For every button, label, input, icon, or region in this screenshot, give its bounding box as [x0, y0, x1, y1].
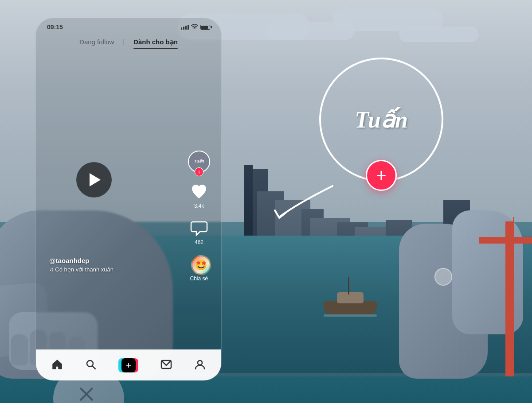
video-song: ♫ Có hẹn với thanh xuân	[49, 266, 113, 273]
comment-count: 462	[195, 239, 203, 245]
arrow-annotation	[253, 177, 341, 232]
disc-emoji: 🤩	[195, 260, 207, 271]
avatar-follow-button[interactable]: +	[195, 167, 203, 176]
like-count: 3.4k	[194, 203, 204, 209]
signal-bar-2	[183, 27, 184, 30]
video-username: @taoanhdep	[49, 257, 113, 264]
svg-point-9	[198, 360, 202, 365]
svg-line-7	[92, 366, 95, 369]
inbox-icon	[160, 359, 172, 372]
cloud	[399, 27, 479, 42]
signal-bar-1	[181, 27, 182, 30]
comment-button[interactable]: 462	[189, 218, 209, 245]
play-triangle-icon	[90, 173, 101, 186]
status-bar: 09:15	[36, 18, 221, 33]
tab-separator: |	[123, 36, 125, 48]
battery-icon	[200, 25, 210, 30]
boat-wake	[324, 314, 377, 317]
kaws-button	[434, 268, 452, 286]
video-info: @taoanhdep ♫ Có hẹn với thanh xuân	[49, 257, 113, 273]
boat-cabin	[337, 292, 364, 303]
play-button[interactable]	[76, 162, 112, 198]
signal-bar-4	[188, 25, 189, 30]
nav-tabs: Đang follow | Dành cho bạn	[36, 33, 221, 51]
annotation-avatar-text: Tuấn	[355, 106, 408, 133]
phone-mockup: 09:15 Đang follow |	[35, 18, 222, 381]
signal-icon	[181, 25, 189, 30]
kaws-right-part	[399, 224, 488, 379]
wifi-icon	[191, 24, 198, 31]
comment-icon	[189, 218, 209, 238]
search-icon	[85, 359, 97, 372]
music-disc: 🤩	[191, 255, 211, 275]
annotation-circle: Tuấn +	[319, 58, 443, 182]
arrow-svg	[253, 177, 341, 230]
annotation-follow-plus[interactable]: +	[366, 160, 397, 191]
battery-fill	[201, 26, 208, 29]
nav-create[interactable]: +	[114, 356, 143, 375]
share-label: Chia sẻ	[190, 275, 208, 282]
crane-post	[505, 221, 514, 376]
crane	[479, 199, 532, 376]
tab-following[interactable]: Đang follow	[79, 36, 114, 48]
crane-arm	[479, 237, 532, 244]
tab-for-you[interactable]: Dành cho bạn	[133, 36, 178, 48]
svg-point-0	[194, 28, 195, 29]
finger1	[11, 334, 28, 365]
nav-home[interactable]	[47, 356, 67, 374]
video-area: Tuấn + 3.4k 462	[43, 51, 215, 308]
create-button[interactable]: +	[118, 358, 138, 372]
heart-icon	[189, 182, 209, 202]
avatar-text: Tuấn	[194, 159, 204, 164]
status-time: 09:15	[47, 23, 63, 31]
like-button[interactable]: 3.4k	[189, 182, 209, 209]
nav-profile[interactable]	[190, 356, 210, 374]
boat	[324, 292, 377, 314]
signal-bar-3	[185, 26, 187, 30]
boat-mast	[348, 277, 349, 294]
nav-inbox[interactable]	[156, 356, 176, 374]
video-author-avatar[interactable]: Tuấn +	[188, 151, 210, 173]
kaws-eye	[75, 383, 98, 403]
annotation-plus-icon: +	[376, 166, 386, 186]
crane-wire	[513, 217, 514, 244]
create-plus-icon: +	[121, 358, 136, 372]
bottom-nav: +	[36, 349, 221, 380]
status-icons	[181, 24, 210, 31]
home-icon	[51, 359, 63, 372]
nav-search[interactable]	[81, 356, 101, 374]
profile-icon	[194, 359, 206, 372]
